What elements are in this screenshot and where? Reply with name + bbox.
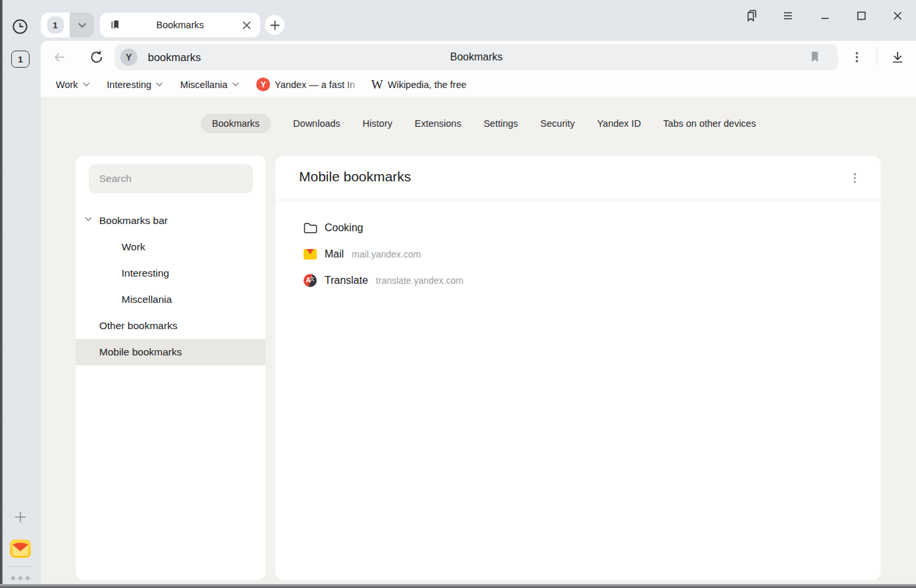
minimize-icon[interactable] — [817, 7, 834, 24]
tree-item-label: Other bookmarks — [99, 320, 177, 332]
all-tabs-badge: 1 — [18, 55, 23, 64]
sidebar-add-icon[interactable] — [11, 508, 30, 526]
link-label: Yandex — a fast In — [275, 79, 362, 90]
bookmarks-bar-folder-work[interactable]: Work — [56, 79, 90, 90]
bookmark-url: translate.yandex.com — [376, 275, 463, 286]
bookmarks-list: Cooking Mail mail.yandex.com A文 Translat… — [275, 215, 881, 294]
wikipedia-favicon: W — [371, 78, 383, 91]
tree-item-work[interactable]: Work — [76, 234, 265, 260]
desktop-edge-bottom — [0, 584, 916, 588]
tab-extensions[interactable]: Extensions — [415, 114, 461, 133]
sidebar-more-icon[interactable] — [10, 576, 31, 580]
maximize-icon[interactable] — [853, 7, 870, 24]
tab-other-devices[interactable]: Tabs on other devices — [663, 114, 756, 133]
page-title: Mobile bookmarks — [299, 169, 411, 185]
mail-favicon — [303, 249, 317, 260]
bookmark-name: Translate — [325, 275, 368, 286]
folder-label: Interesting — [107, 79, 152, 90]
list-header: Mobile bookmarks — [275, 156, 881, 200]
tab-bar: 1 Bookmarks — [0, 0, 916, 41]
translate-favicon: A文 — [303, 274, 317, 287]
tree-item-miscellania[interactable]: Miscellania — [76, 286, 265, 313]
browser-menu-icon[interactable] — [779, 7, 796, 24]
bookmarks-bar-link-yandex[interactable]: Y Yandex — a fast In — [256, 78, 362, 91]
folder-icon — [303, 222, 317, 234]
tab-group-chevron-icon[interactable] — [70, 12, 94, 37]
browser-chrome: Bookmarks Y bookmarks Work — [41, 41, 916, 97]
list-item-translate[interactable]: A文 Translate translate.yandex.com — [275, 267, 881, 294]
tree-item-interesting[interactable]: Interesting — [76, 260, 265, 286]
back-icon[interactable] — [51, 49, 68, 66]
folder-label: Work — [56, 79, 78, 90]
bookmark-tab-icon — [109, 19, 121, 31]
close-window-icon[interactable] — [889, 7, 906, 24]
new-tab-button[interactable] — [265, 15, 285, 35]
list-menu-icon[interactable] — [846, 170, 863, 187]
tab-security[interactable]: Security — [540, 114, 574, 133]
tree-item-mobile-bookmarks[interactable]: Mobile bookmarks — [76, 339, 265, 365]
address-bar[interactable]: Bookmarks Y bookmarks — [115, 44, 838, 70]
link-label: Wikipedia, the free — [388, 79, 480, 90]
tree-item-label: Miscellania — [122, 294, 172, 305]
bookmarks-list-panel: Mobile bookmarks Cooking — [275, 156, 881, 580]
tab-group-control: 1 — [41, 12, 94, 37]
tree-item-bookmarks-bar[interactable]: Bookmarks bar — [76, 208, 265, 234]
tab-close-icon[interactable] — [239, 18, 254, 32]
yandex-mail-icon[interactable] — [10, 539, 31, 558]
tree-item-label: Bookmarks bar — [99, 215, 168, 227]
tree-item-label: Work — [122, 241, 145, 253]
tab-group-badge: 1 — [47, 16, 64, 34]
omnibox-page-title: Bookmarks — [115, 44, 838, 70]
omnibox-url: bookmarks — [148, 44, 201, 70]
tree-item-label: Interesting — [122, 267, 169, 279]
folder-tree: Bookmarks bar Work Interesting Miscellan… — [76, 208, 265, 365]
bookmarks-bar-folder-miscellania[interactable]: Miscellania — [180, 79, 239, 90]
tab-yandex-id[interactable]: Yandex ID — [597, 114, 641, 133]
tab-downloads[interactable]: Downloads — [293, 114, 340, 133]
chevron-down-icon — [156, 82, 163, 87]
tree-item-label: Mobile bookmarks — [99, 346, 182, 358]
list-item-cooking[interactable]: Cooking — [275, 215, 881, 241]
sidebar-divider — [9, 566, 32, 567]
list-item-mail[interactable]: Mail mail.yandex.com — [275, 241, 881, 267]
toolbar: Bookmarks Y bookmarks — [41, 41, 916, 72]
chevron-down-icon — [83, 82, 90, 87]
yandex-favicon: Y — [256, 78, 270, 91]
chevron-down-icon[interactable] — [85, 217, 92, 221]
bookmarks-manager-page: Bookmarks Downloads History Extensions S… — [41, 97, 916, 588]
tab-settings[interactable]: Settings — [484, 114, 518, 133]
desktop-edge-left — [0, 0, 3, 588]
tab-bookmarks[interactable]: Bookmarks — [201, 114, 271, 133]
bookmarks-bar: Work Interesting Miscellania Y Yandex — — [41, 72, 916, 97]
reload-icon[interactable] — [88, 49, 105, 66]
tab-history[interactable]: History — [363, 114, 392, 133]
page-menu-icon[interactable] — [848, 49, 865, 66]
left-sidebar-strip: 1 — [0, 41, 41, 588]
yandex-favicon: Y — [120, 49, 137, 66]
manager-nav: Bookmarks Downloads History Extensions S… — [41, 114, 916, 133]
tab-group-button[interactable]: 1 — [41, 12, 70, 37]
browser-tab-bookmarks[interactable]: Bookmarks — [100, 12, 260, 37]
folders-panel: Bookmarks bar Work Interesting Miscellan… — [76, 156, 265, 580]
bookmark-name: Mail — [325, 248, 344, 260]
tab-title: Bookmarks — [121, 20, 239, 30]
history-clock-icon[interactable] — [11, 18, 29, 35]
search-input[interactable] — [89, 164, 253, 193]
bookmark-name: Cooking — [325, 222, 363, 234]
toolbar-divider — [877, 48, 877, 65]
bookmark-filled-icon[interactable] — [808, 49, 823, 65]
bookmark-url: mail.yandex.com — [352, 249, 421, 260]
all-tabs-button[interactable]: 1 — [11, 51, 30, 68]
download-icon[interactable] — [888, 48, 906, 66]
bookmarks-panel-icon[interactable] — [743, 7, 760, 24]
browser-window: 1 Bookmarks — [0, 0, 916, 588]
folder-label: Miscellania — [180, 79, 227, 90]
tree-item-other-bookmarks[interactable]: Other bookmarks — [76, 313, 265, 339]
bookmarks-bar-link-wikipedia[interactable]: W Wikipedia, the free — [371, 78, 480, 91]
bookmarks-bar-folder-interesting[interactable]: Interesting — [107, 79, 164, 90]
chevron-down-icon — [232, 82, 239, 87]
